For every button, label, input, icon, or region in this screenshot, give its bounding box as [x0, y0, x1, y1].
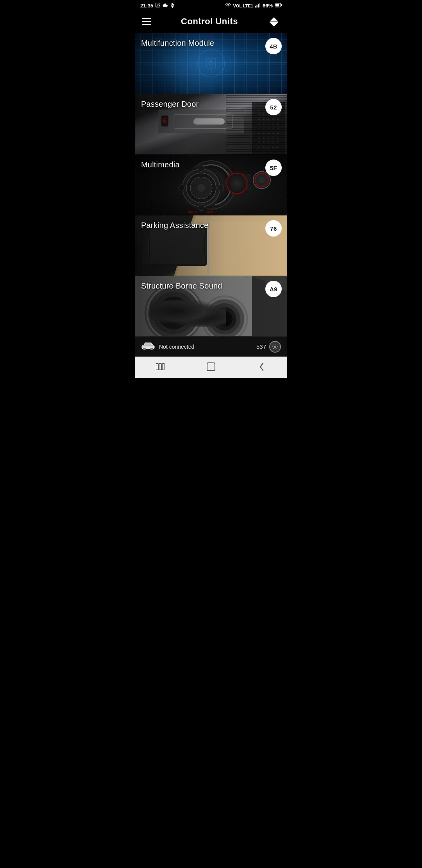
svg-rect-6 [259, 3, 260, 7]
card-multimedia[interactable]: MENU BACK RADIO MEDIA Multimedia 5F [135, 154, 287, 215]
menu-button[interactable] [142, 18, 151, 25]
connection-status-text: Not connected [159, 344, 194, 350]
gallery-icon [155, 2, 161, 9]
hamburger-line-1 [142, 18, 151, 19]
wifi-icon [225, 3, 231, 9]
svg-rect-135 [145, 343, 151, 345]
cellular-icon [255, 3, 261, 9]
car-icon [141, 341, 155, 352]
svg-rect-8 [281, 4, 282, 6]
card-multifunction-module[interactable]: Multifunction Module 4B [135, 33, 287, 94]
status-left: 21:35 [140, 2, 175, 9]
battery-percent: 66% [263, 3, 273, 9]
svg-rect-139 [162, 364, 165, 370]
hamburger-line-2 [142, 21, 151, 22]
back-button[interactable] [252, 360, 272, 373]
svg-point-2 [228, 7, 229, 7]
hamburger-line-3 [142, 24, 151, 25]
status-time: 21:35 [140, 3, 153, 9]
bottom-status-bar: Not connected 537 [135, 336, 287, 357]
svg-rect-3 [255, 5, 256, 7]
android-nav-bar [135, 357, 287, 378]
cloud-icon [163, 3, 168, 9]
card-badge: A9 [265, 281, 282, 297]
recent-apps-button[interactable] [150, 360, 170, 373]
svg-rect-138 [159, 364, 161, 370]
card-label: Parking Assistance [141, 221, 209, 230]
svg-rect-137 [156, 364, 158, 370]
connection-number: 537 [256, 343, 266, 350]
page-title: Control Units [181, 16, 238, 27]
card-passenger-door[interactable]: 6 Passenger Door 52 [135, 94, 287, 154]
card-label: Multimedia [141, 160, 180, 169]
signal-icon: VOL LTE1 [233, 4, 253, 8]
card-label: Passenger Door [141, 100, 198, 109]
card-badge: 52 [265, 99, 282, 115]
settings-button[interactable] [269, 341, 281, 353]
connection-status-left: Not connected [141, 341, 194, 352]
status-bar: 21:35 VOL LTE1 66% [135, 0, 287, 11]
svg-rect-4 [256, 5, 257, 7]
sync-icon [170, 3, 175, 9]
status-right: VOL LTE1 66% [225, 3, 282, 9]
card-badge: 4B [265, 38, 282, 54]
sort-button[interactable] [268, 15, 280, 28]
card-badge: 76 [265, 220, 282, 237]
svg-rect-9 [275, 4, 279, 7]
card-parking-assistance[interactable]: P P A Parking Assistance 76 [135, 215, 287, 276]
svg-rect-5 [258, 4, 259, 7]
card-structure-borne-sound[interactable]: Structure Borne Sound A9 [135, 276, 287, 336]
top-bar: Control Units [135, 11, 287, 33]
card-badge: 5F [265, 160, 282, 176]
battery-icon [275, 3, 282, 9]
svg-point-136 [274, 346, 276, 348]
card-label: Multifunction Module [141, 39, 214, 48]
card-list: Multifunction Module 4B [135, 33, 287, 336]
connection-status-right: 537 [256, 341, 281, 353]
home-button[interactable] [201, 360, 221, 373]
svg-point-1 [157, 4, 157, 5]
svg-rect-140 [207, 363, 215, 371]
card-label: Structure Borne Sound [141, 282, 222, 291]
